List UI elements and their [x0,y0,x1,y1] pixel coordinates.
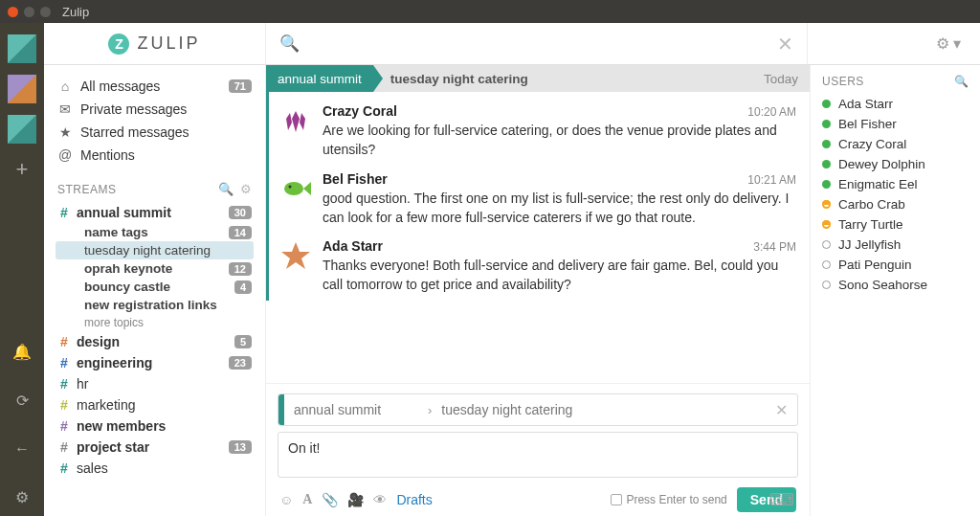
press-enter-toggle[interactable]: Press Enter to send [611,493,726,506]
badge: 30 [229,206,252,219]
badge: 14 [229,226,252,239]
keyboard-icon[interactable]: ⌨ [769,489,794,510]
user-name: Crazy Coral [838,137,906,151]
users-search-icon[interactable]: 🔍 [954,75,969,88]
window-close-button[interactable] [8,7,18,17]
compose-textarea[interactable] [278,432,798,478]
search-bar[interactable]: 🔍 ✕ [266,23,808,64]
emoji-icon[interactable]: ☺ [279,492,293,507]
window-minimize-button[interactable] [24,7,34,17]
badge: 4 [234,280,252,294]
stream-row[interactable]: #new members [56,415,254,437]
app-logo[interactable]: Z ZULIP [44,23,266,64]
launcher-add-button[interactable]: + [16,159,29,180]
chevron-down-icon: ▾ [953,34,961,53]
back-icon[interactable]: ← [14,431,30,467]
topic-name: name tags [84,225,229,239]
stream-name: project star [77,439,223,455]
logo-text: ZULIP [137,34,200,54]
user-row[interactable]: Pati Penguin [822,255,969,275]
topic-name: tuesday night catering [84,243,252,258]
user-row[interactable]: Tarry Turtle [822,214,969,235]
user-row[interactable]: Bel Fisher [822,114,969,134]
message-sender[interactable]: Ada Starr [323,238,383,254]
more-topics[interactable]: more topics [56,314,254,331]
user-name: Enigmatic Eel [838,177,918,191]
message-sender[interactable]: Bel Fisher [323,171,388,187]
format-icon[interactable]: A [302,492,312,507]
stream-name: marketing [77,397,252,413]
streams-search-icon[interactable]: 🔍 [218,182,234,196]
user-name: Dewey Dolphin [838,157,925,171]
thread-topic-label[interactable]: tuesday night catering [390,72,528,86]
message[interactable]: Crazy Coral10:20 AMAre we looking for fu… [269,98,810,166]
stream-row[interactable]: #annual summit30 [56,202,254,223]
thread-stream-tag[interactable]: annual summit [266,65,373,92]
badge: 71 [229,79,252,93]
hash-icon: # [57,334,71,349]
home-icon: ⌂ [57,79,73,94]
compose-topic-input[interactable] [432,402,623,417]
stream-row[interactable]: #sales [56,458,254,479]
search-clear-icon[interactable]: ✕ [777,33,793,56]
message[interactable]: Bel Fisher10:21 AMgood question. The fir… [269,166,810,234]
user-row[interactable]: JJ Jellyfish [822,235,969,255]
video-icon[interactable]: 🎥 [347,492,364,507]
presence-dot-icon [822,120,831,128]
user-name: Sono Seahorse [838,278,927,292]
stream-row[interactable]: #hr [56,373,254,394]
user-row[interactable]: Carbo Crab [822,194,969,214]
message-sender[interactable]: Crazy Coral [323,103,397,119]
drafts-link[interactable]: Drafts [396,492,432,507]
compose-stream-input[interactable] [284,402,428,417]
message-time: 10:20 AM [747,105,796,119]
search-icon: 🔍 [279,34,300,54]
user-name: Tarry Turtle [838,217,903,232]
window-maximize-button[interactable] [40,7,51,17]
user-row[interactable]: Enigmatic Eel [822,174,969,194]
thread-header[interactable]: annual summit tuesday night catering Tod… [266,65,810,92]
settings-menu[interactable]: ⚙ ▾ [808,23,980,64]
topic-row[interactable]: oprah keynote12 [56,259,254,278]
user-row[interactable]: Ada Starr [822,94,969,114]
search-input[interactable] [307,35,777,52]
topic-row[interactable]: bouncy castle4 [56,278,254,296]
nav-private-messages[interactable]: ✉ Private messages [56,98,254,121]
message[interactable]: Ada Starr3:44 PMThanks everyone! Both fu… [269,233,810,301]
topic-row[interactable]: name tags14 [56,223,254,241]
topic-row[interactable]: tuesday night catering [56,241,254,259]
hash-icon: # [57,460,71,476]
hash-icon: # [57,205,71,220]
user-row[interactable]: Crazy Coral [822,134,969,154]
launcher-tile-2[interactable] [8,75,36,103]
stream-row[interactable]: #project star13 [56,437,254,458]
settings-icon[interactable]: ⚙ [15,479,29,516]
reload-icon[interactable]: ⟳ [16,382,29,419]
preview-icon[interactable]: 👁 [373,492,387,507]
launcher-tile-3[interactable] [8,115,36,144]
user-row[interactable]: Dewey Dolphin [822,154,969,174]
attach-icon[interactable]: 📎 [322,492,338,507]
stream-row[interactable]: #engineering23 [56,352,254,373]
press-enter-label: Press Enter to send [626,493,726,506]
user-name: JJ Jellyfish [838,237,901,252]
hash-icon: # [57,418,71,434]
user-row[interactable]: Sono Seahorse [822,275,969,295]
window-titlebar: Zulip [0,0,980,23]
stream-row[interactable]: #marketing [56,394,254,415]
streams-settings-icon[interactable]: ⚙ [240,182,253,196]
nav-mentions[interactable]: @ Mentions [56,144,254,167]
launcher-tile-1[interactable] [8,34,36,63]
avatar [278,238,313,273]
nav-all-messages[interactable]: ⌂ All messages 71 [56,75,254,98]
topic-name: bouncy castle [84,280,234,294]
checkbox-icon [611,494,622,505]
user-name: Ada Starr [838,97,893,111]
stream-row[interactable]: #design5 [56,331,254,352]
nav-starred-messages[interactable]: ★ Starred messages [56,121,254,144]
topic-row[interactable]: new registration links [56,296,254,314]
compose-close-icon[interactable]: ✕ [766,401,797,419]
compose-recipient-row[interactable]: › ✕ [278,393,798,426]
notifications-icon[interactable]: 🔔 [12,333,32,370]
streams-label: STREAMS [57,183,212,196]
